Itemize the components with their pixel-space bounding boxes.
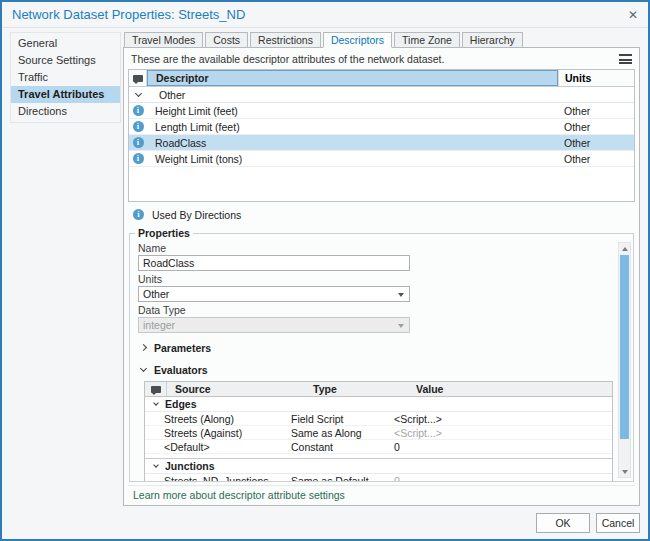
evaluator-row-edges-default[interactable]: <Default> Constant 0 (145, 440, 612, 454)
used-by-directions-row: i Used By Directions (128, 202, 635, 227)
descriptor-units: Other (558, 137, 634, 149)
tab-strip: Travel Modes Costs Restrictions Descript… (123, 32, 640, 48)
tab-costs[interactable]: Costs (205, 32, 248, 48)
name-label: Name (138, 242, 613, 254)
info-icon: i (133, 121, 144, 132)
descriptor-units: Other (558, 121, 634, 133)
chevron-down-icon (140, 365, 147, 372)
main-area: Travel Modes Costs Restrictions Descript… (123, 32, 640, 506)
descriptor-units: Other (558, 105, 634, 117)
evaluator-group-junctions[interactable]: Junctions (145, 459, 612, 474)
descriptor-table: Descriptor Units Other i Height Limit (f… (128, 69, 635, 202)
row-state-column-header[interactable] (145, 382, 167, 396)
source-column-header[interactable]: Source (167, 383, 309, 395)
evaluator-value: 0 (389, 475, 612, 483)
evaluator-source: Streets_ND_Junctions (145, 475, 287, 483)
dialog-title: Network Dataset Properties: Streets_ND (12, 7, 245, 22)
descriptor-group-other[interactable]: Other (129, 87, 634, 103)
evaluator-type: Same as Default (287, 475, 389, 483)
tab-descriptors[interactable]: Descriptors (323, 32, 392, 48)
evaluator-value: 0 (389, 441, 612, 453)
sidebar-item-traffic[interactable]: Traffic (11, 69, 120, 86)
evaluator-row-streets-along[interactable]: Streets (Along) Field Script <Script...> (145, 412, 612, 426)
evaluator-row-streets-nd-junctions[interactable]: Streets_ND_Junctions Same as Default 0 (145, 474, 612, 482)
descriptor-name: RoadClass (147, 137, 558, 149)
table-empty-space (129, 167, 634, 201)
scroll-up-button[interactable] (619, 243, 630, 254)
tab-time-zone[interactable]: Time Zone (394, 32, 460, 48)
parameters-label: Parameters (154, 342, 211, 354)
evaluator-source: <Default> (145, 441, 287, 453)
tab-travel-modes[interactable]: Travel Modes (124, 32, 203, 48)
hamburger-menu-icon[interactable] (619, 54, 632, 64)
sidebar-item-directions[interactable]: Directions (11, 103, 120, 120)
evaluator-source: Streets (Along) (145, 413, 287, 425)
vertical-scrollbar[interactable] (618, 242, 631, 478)
descriptor-column-header[interactable]: Descriptor (147, 70, 558, 86)
info-icon: i (133, 137, 144, 148)
tab-hierarchy[interactable]: Hierarchy (462, 32, 523, 48)
sidebar-item-source-settings[interactable]: Source Settings (11, 52, 120, 69)
evaluator-group-edges[interactable]: Edges (145, 397, 612, 412)
group-label: Edges (165, 398, 197, 410)
intro-row: These are the available descriptor attri… (128, 51, 635, 67)
table-row-length-limit[interactable]: i Length Limit (feet) Other (129, 119, 634, 135)
table-row-height-limit[interactable]: i Height Limit (feet) Other (129, 103, 634, 119)
descriptor-name: Weight Limit (tons) (147, 153, 558, 165)
evaluators-table-header: Source Type Value (145, 382, 612, 397)
scroll-down-button[interactable] (619, 466, 630, 477)
row-state-column-header[interactable] (129, 70, 147, 86)
units-column-header[interactable]: Units (558, 70, 634, 86)
units-selected-value: Other (143, 288, 169, 300)
chevron-down-icon (134, 90, 141, 97)
group-label: Other (147, 89, 185, 101)
evaluator-type: Field Script (287, 413, 389, 425)
evaluator-value: <Script...> (389, 427, 612, 439)
network-dataset-properties-dialog: Network Dataset Properties: Streets_ND ✕… (0, 0, 650, 541)
ok-button[interactable]: OK (536, 513, 590, 533)
evaluators-expander[interactable]: Evaluators (138, 362, 613, 377)
sidebar-item-travel-attributes[interactable]: Travel Attributes (11, 86, 120, 103)
group-label: Junctions (165, 460, 215, 472)
table-row-roadclass[interactable]: i RoadClass Other (129, 135, 634, 151)
data-type-selected-value: integer (143, 319, 175, 331)
name-field[interactable] (138, 255, 410, 271)
title-bar: Network Dataset Properties: Streets_ND ✕ (2, 2, 648, 28)
learn-more-row: Learn more about descriptor attribute se… (128, 485, 635, 503)
descriptor-units: Other (558, 153, 634, 165)
triangle-down-icon (622, 470, 628, 474)
flag-icon (151, 386, 161, 393)
flag-icon (133, 75, 143, 82)
properties-groupbox: Properties Name Units Other Data Type in… (129, 227, 634, 482)
info-icon: i (133, 153, 144, 164)
descriptors-panel: These are the available descriptor attri… (123, 47, 640, 506)
data-type-label: Data Type (138, 304, 613, 316)
sidebar: General Source Settings Traffic Travel A… (10, 32, 121, 123)
intro-text: These are the available descriptor attri… (131, 53, 444, 65)
evaluator-row-streets-against[interactable]: Streets (Against) Same as Along <Script.… (145, 426, 612, 440)
triangle-up-icon (622, 247, 628, 251)
chevron-right-icon (140, 344, 147, 351)
tab-restrictions[interactable]: Restrictions (250, 32, 321, 48)
table-row-weight-limit[interactable]: i Weight Limit (tons) Other (129, 151, 634, 167)
cancel-button[interactable]: Cancel (596, 513, 640, 533)
learn-more-link[interactable]: Learn more about descriptor attribute se… (133, 489, 345, 501)
evaluator-type: Same as Along (287, 427, 389, 439)
evaluators-label: Evaluators (154, 364, 208, 376)
units-label: Units (138, 273, 613, 285)
descriptor-name: Height Limit (feet) (147, 105, 558, 117)
parameters-expander[interactable]: Parameters (138, 340, 613, 355)
evaluator-type: Constant (287, 441, 389, 453)
evaluators-table: Source Type Value Edges Streets (Along) … (144, 381, 613, 482)
data-type-dropdown: integer (138, 317, 410, 333)
close-icon[interactable]: ✕ (628, 9, 638, 21)
type-column-header[interactable]: Type (309, 383, 411, 395)
units-dropdown[interactable]: Other (138, 286, 410, 302)
descriptor-table-header: Descriptor Units (129, 70, 634, 87)
value-column-header[interactable]: Value (411, 383, 612, 395)
scrollbar-track[interactable] (619, 254, 630, 466)
info-icon: i (133, 209, 144, 220)
scrollbar-thumb[interactable] (620, 255, 629, 439)
properties-legend: Properties (135, 227, 193, 239)
sidebar-item-general[interactable]: General (11, 35, 120, 52)
